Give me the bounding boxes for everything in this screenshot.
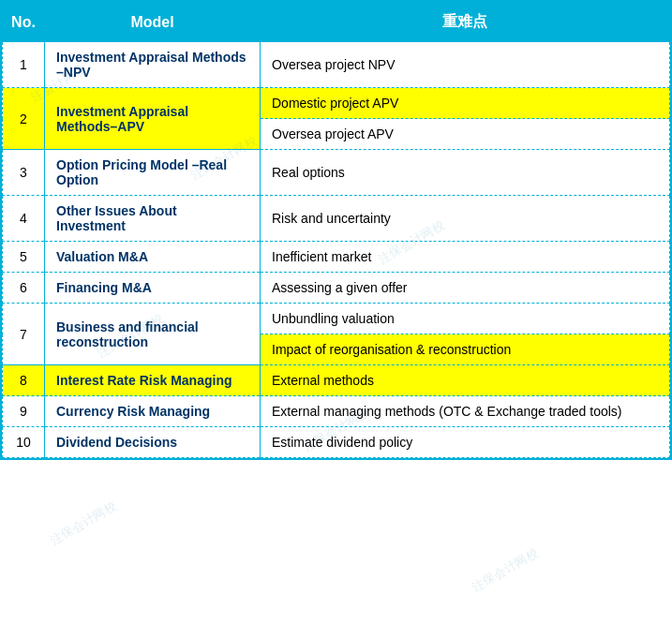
header-no: No.: [3, 3, 45, 42]
cell-model: Business and financial reconstruction: [45, 304, 261, 365]
header-difficulty: 重难点: [261, 3, 670, 42]
cell-model: Currency Risk Managing: [45, 396, 261, 427]
cell-no: 8: [3, 365, 45, 396]
cell-no: 9: [3, 396, 45, 427]
cell-model: Investment Appraisal Methods–APV: [45, 88, 261, 150]
watermark-6: 注保会计网校: [48, 498, 120, 550]
cell-difficulty: Oversea project APV: [261, 119, 670, 150]
cell-no: 7: [3, 304, 45, 365]
table-row: 2Investment Appraisal Methods–APVDomesti…: [3, 88, 670, 119]
cell-difficulty: Inefficient market: [261, 242, 670, 273]
cell-model: Financing M&A: [45, 273, 261, 304]
table-row: 9Currency Risk ManagingExternal managing…: [3, 396, 670, 427]
cell-difficulty: Unbundling valuation: [261, 304, 670, 334]
table-body: 1Investment Appraisal Methods –NPVOverse…: [3, 42, 670, 458]
cell-model: Investment Appraisal Methods –NPV: [45, 42, 261, 88]
table-header-row: No. Model 重难点: [3, 3, 670, 42]
cell-difficulty: Risk and uncertainty: [261, 196, 670, 242]
cell-no: 1: [3, 42, 45, 88]
cell-no: 4: [3, 196, 45, 242]
cell-no: 10: [3, 427, 45, 458]
watermark-7: 注保会计网校: [470, 545, 542, 597]
cell-difficulty: Impact of reorganisation & reconstructio…: [261, 334, 670, 365]
table-row: 7Business and financial reconstructionUn…: [3, 304, 670, 334]
cell-model: Other Issues About Investment: [45, 196, 261, 242]
cell-model: Option Pricing Model –Real Option: [45, 150, 261, 196]
table-row: 4Other Issues About InvestmentRisk and u…: [3, 196, 670, 242]
cell-difficulty: Oversea project NPV: [261, 42, 670, 88]
cell-no: 6: [3, 273, 45, 304]
table-row: 6Financing M&AAssessing a given offer: [3, 273, 670, 304]
header-model: Model: [45, 3, 261, 42]
cell-difficulty: Assessing a given offer: [261, 273, 670, 304]
cell-difficulty: External methods: [261, 365, 670, 396]
cell-no: 2: [3, 88, 45, 150]
table-row: 8Interest Rate Risk ManagingExternal met…: [3, 365, 670, 396]
cell-no: 5: [3, 242, 45, 273]
main-table-container: No. Model 重难点 1Investment Appraisal Meth…: [0, 0, 672, 460]
cell-no: 3: [3, 150, 45, 196]
cell-difficulty: Estimate dividend policy: [261, 427, 670, 458]
cell-model: Interest Rate Risk Managing: [45, 365, 261, 396]
cell-difficulty: Domestic project APV: [261, 88, 670, 119]
table-row: 10Dividend DecisionsEstimate dividend po…: [3, 427, 670, 458]
table-row: 3Option Pricing Model –Real OptionReal o…: [3, 150, 670, 196]
cell-difficulty: Real options: [261, 150, 670, 196]
cell-model: Dividend Decisions: [45, 427, 261, 458]
cell-difficulty: External managing methods (OTC & Exchang…: [261, 396, 670, 427]
table-row: 1Investment Appraisal Methods –NPVOverse…: [3, 42, 670, 88]
cell-model: Valuation M&A: [45, 242, 261, 273]
content-table: No. Model 重难点 1Investment Appraisal Meth…: [2, 2, 670, 458]
table-row: 5Valuation M&AInefficient market: [3, 242, 670, 273]
